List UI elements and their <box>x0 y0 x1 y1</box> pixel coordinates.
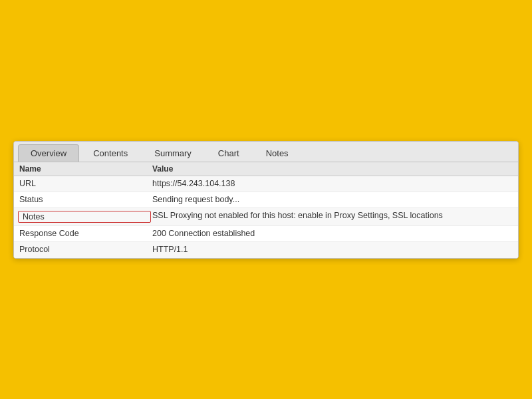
row-value-url: https://54.243.104.138 <box>152 179 513 188</box>
column-header-value: Value <box>152 164 513 174</box>
tab-summary[interactable]: Summary <box>142 144 204 162</box>
tab-contents[interactable]: Contents <box>80 144 140 162</box>
row-name-url: URL <box>19 179 152 188</box>
tab-chart[interactable]: Chart <box>205 144 252 162</box>
tab-overview[interactable]: Overview <box>18 144 79 162</box>
row-name-response-code: Response Code <box>19 229 152 238</box>
table-row: URL https://54.243.104.138 <box>14 176 518 192</box>
row-value-status: Sending request body... <box>152 195 513 204</box>
column-header-name: Name <box>19 164 152 174</box>
table-row: Response Code 200 Connection established <box>14 226 518 242</box>
row-value-notes: SSL Proxying not enabled for this host: … <box>152 211 513 220</box>
table-row: Status Sending request body... <box>14 192 518 208</box>
notes-highlighted-label: Notes <box>18 211 151 223</box>
table-row: Notes SSL Proxying not enabled for this … <box>14 208 518 226</box>
main-panel: Overview Contents Summary Chart Notes Na… <box>13 141 519 259</box>
row-name-notes: Notes <box>19 211 152 223</box>
tab-notes[interactable]: Notes <box>253 144 301 162</box>
row-name-status: Status <box>19 195 152 204</box>
row-value-protocol: HTTP/1.1 <box>152 245 513 254</box>
table-header-row: Name Value <box>14 162 518 176</box>
row-name-protocol: Protocol <box>19 245 152 254</box>
table-row: Protocol HTTP/1.1 <box>14 242 518 258</box>
tab-bar: Overview Contents Summary Chart Notes <box>14 142 518 162</box>
row-value-response-code: 200 Connection established <box>152 229 513 238</box>
overview-table: Name Value URL https://54.243.104.138 St… <box>14 162 518 258</box>
